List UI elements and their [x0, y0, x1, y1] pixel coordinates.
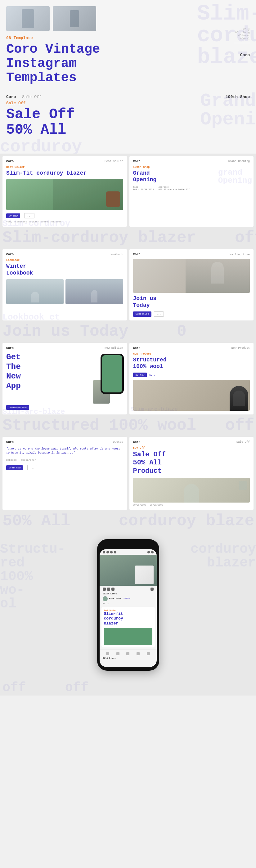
hero-image-1 [6, 6, 50, 31]
card-header: Coro Best Seller [6, 160, 123, 163]
event-time: Time: 0AM - 09/10/2025 [133, 186, 154, 191]
card-title: Winter Lookbook [6, 263, 123, 276]
card-winter-lookbook: Coro Lookbook Lookbook Winter Lookbook L… [2, 249, 127, 320]
address-value: 000 Elleno Via Suite 737 [159, 188, 190, 191]
phone-card-image [104, 628, 152, 645]
phone-icon-4 [114, 551, 116, 553]
bookmark-icon[interactable] [151, 588, 154, 591]
card-header: Coro Quotes [6, 440, 123, 444]
app-watermark: Slim-arc-blaze [2, 408, 127, 414]
hero-image-2 [53, 6, 96, 31]
phone-card-title: Slim-fit corduroy blazer [104, 612, 152, 626]
event-details: Time: 0AM - 09/10/2025 Address: 000 Elle… [133, 186, 250, 191]
card-structured-wool: Coro New Product New Product Structured … [129, 343, 254, 414]
phone-top-bar [100, 549, 157, 555]
card-slim-fit: Coro Best Seller Best Seller Slim-fit co… [2, 156, 127, 227]
home-icon[interactable] [106, 652, 109, 655]
phone-product-img [135, 565, 154, 584]
bottom-watermark: off off [0, 680, 256, 695]
watermark-between-1: Slim-corduroy blazer off [0, 229, 256, 247]
phone-icon-3 [110, 551, 113, 553]
phone-avatar [103, 596, 108, 601]
watermark-text: 50% All corduroy blazer [2, 513, 254, 529]
watermark-text: Structured 100% wool off [2, 417, 254, 434]
card-category: Grand Opening [228, 160, 250, 163]
hero-title: Coro Vintage Instagram Templates [6, 42, 250, 85]
card-title: Structured 100% wool [133, 357, 250, 370]
structured-watermark: Slim-arc-blaze [131, 406, 178, 412]
phone-icon-2 [106, 551, 109, 553]
quote-btns: Grab Now ... [6, 464, 123, 470]
card-header: Coro New Product [133, 346, 250, 350]
buy-btn[interactable]: By Now [133, 373, 147, 377]
share-icon[interactable] [111, 588, 115, 591]
time-label: Time: [133, 186, 154, 188]
sale-brand: Coro [6, 95, 16, 99]
card-category: Best Seller [104, 160, 123, 163]
quote-author: Babcock — Researcher [6, 459, 123, 461]
card-secondary-btn[interactable]: ... [24, 213, 34, 218]
phone-mock-small [100, 354, 124, 394]
more-btn[interactable]: ... [154, 311, 164, 317]
card-brand: Coro [133, 253, 140, 256]
phone-icon-6 [151, 551, 154, 553]
grab-btn[interactable]: Grab Now [6, 465, 23, 470]
phone-section: Structu-red100%wo-ol corduroyblazer [0, 530, 256, 680]
card-header: Coro Grand Opening [133, 160, 250, 163]
heart-icon[interactable] [103, 588, 106, 591]
phone-top-icons [103, 551, 116, 553]
search-icon[interactable] [116, 652, 120, 655]
card-title: Join us Today [133, 295, 250, 309]
phone-icon-5 [148, 551, 150, 553]
add-icon[interactable] [126, 652, 129, 655]
card-category: New Edition [104, 346, 123, 350]
event-address: Address: 000 Elleno Via Suite 737 [159, 186, 190, 191]
phone-action-row [100, 586, 157, 592]
cards-grid-row1: Coro Best Seller Best Seller Slim-fit co… [0, 154, 256, 229]
card-sub: Lookbook [6, 259, 123, 262]
sale-watermark-right: GrandOpeni [200, 92, 256, 129]
bottom-watermark-text: off off [2, 681, 254, 694]
card-header: Coro New Edition [6, 346, 123, 350]
card-category: Mailing Love [230, 253, 250, 256]
card-brand: Coro [6, 253, 14, 256]
phone-user-row: FabricLab Follow [100, 595, 157, 602]
lookbook-image-1 [6, 279, 64, 304]
subscribe-btn[interactable]: Subscribe [133, 311, 152, 317]
phone-notch [119, 543, 137, 548]
buy-btn-row: By Now $... [133, 373, 250, 377]
card-category: Sale-Off [236, 440, 250, 444]
cards-grid-row4: Coro Quotes "There is no one who loves p… [0, 434, 256, 513]
card-category: Quotes [113, 440, 123, 444]
card-grand-opening: Coro Grand Opening 100th Shop Grand Open… [129, 156, 254, 227]
watermark-between-2: Join us Today 0 [0, 323, 256, 340]
card-sub: New Product [133, 352, 250, 355]
quote-text: "There is no one who loves pain itself, … [6, 447, 123, 456]
sale-card-title: Sale Off 50% All Product [133, 451, 250, 475]
time-value: 0AM - 09/10/2025 [133, 188, 154, 191]
phone-username[interactable]: FabricLab [109, 597, 121, 600]
phone-top-right-icons [148, 551, 154, 553]
lookbook-watermark: Lookbook et [2, 312, 127, 320]
phone-icon-1 [103, 551, 105, 553]
price-tag: $... [149, 373, 155, 376]
phone-likes-top: 11227 Likes [100, 592, 157, 595]
corduroy-watermark: corduroy [0, 137, 256, 154]
watermark-between-4: 50% All corduroy blazer [0, 513, 256, 530]
profile-icon[interactable] [147, 652, 150, 655]
card-brand: Coro [6, 160, 14, 163]
reels-icon[interactable] [136, 652, 140, 655]
card-primary-btn[interactable]: By Now [6, 213, 20, 218]
card-brand: Coro [133, 160, 140, 163]
comment-icon[interactable] [107, 588, 110, 591]
phone-left-actions [103, 588, 115, 591]
card-brand: Coro [6, 440, 14, 444]
card-brand: Coro [133, 440, 140, 444]
card-sale-off: Coro Sale-Off Buy Off Sale Off 50% All P… [129, 437, 254, 510]
join-image [133, 259, 250, 293]
card-header: Coro Mailing Love [133, 253, 250, 256]
more-btn[interactable]: ... [27, 465, 37, 470]
phone-screen: 11227 Likes FabricLab Follow Hello Best … [100, 549, 157, 667]
card-image [6, 179, 123, 210]
phone-follow-btn[interactable]: Follow [124, 597, 130, 600]
